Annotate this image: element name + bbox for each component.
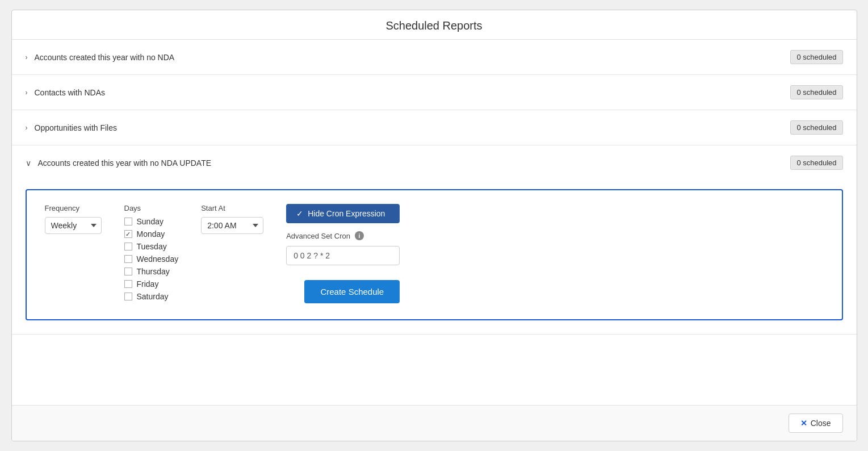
scheduled-badge-3: 0 scheduled bbox=[790, 120, 842, 135]
day-label-sunday: Sunday bbox=[137, 217, 163, 226]
day-tuesday[interactable]: Tuesday bbox=[124, 242, 179, 251]
day-label-thursday: Thursday bbox=[137, 267, 170, 276]
day-checkbox-thursday[interactable] bbox=[124, 268, 132, 275]
form-grid: Frequency Weekly Daily Monthly Days bbox=[45, 204, 824, 303]
day-label-monday: Monday bbox=[137, 229, 165, 239]
cron-expression-input[interactable] bbox=[286, 246, 400, 265]
expanded-section: Frequency Weekly Daily Monthly Days bbox=[12, 180, 857, 335]
modal-title: Scheduled Reports bbox=[23, 19, 845, 32]
report-name-2: Contacts with NDAs bbox=[35, 88, 105, 97]
close-x-icon: ✕ bbox=[800, 419, 807, 428]
start-at-group: Start At 2:00 AM 12:00 AM 1:00 AM 3:00 A… bbox=[201, 204, 263, 234]
report-row-1-left: › Accounts created this year with no NDA bbox=[26, 53, 175, 62]
start-at-label: Start At bbox=[201, 204, 263, 212]
chevron-right-icon-3[interactable]: › bbox=[26, 124, 28, 132]
day-sunday[interactable]: Sunday bbox=[124, 217, 179, 226]
report-row-3-left: › Opportunities with Files bbox=[26, 123, 118, 132]
advanced-cron-row: Advanced Set Cron i bbox=[286, 231, 400, 240]
day-checkbox-tuesday[interactable] bbox=[124, 243, 132, 250]
day-checkbox-friday[interactable] bbox=[124, 280, 132, 288]
modal: Scheduled Reports › Accounts created thi… bbox=[11, 10, 857, 441]
start-at-select[interactable]: 2:00 AM 12:00 AM 1:00 AM 3:00 AM 4:00 AM bbox=[201, 217, 263, 234]
advanced-cron-label: Advanced Set Cron bbox=[286, 232, 350, 240]
btn-row: Create Schedule bbox=[286, 280, 400, 303]
check-icon: ✓ bbox=[296, 209, 303, 218]
modal-footer: ✕ Close bbox=[12, 405, 857, 441]
close-button[interactable]: ✕ Close bbox=[789, 414, 843, 433]
modal-header: Scheduled Reports bbox=[12, 10, 857, 40]
scheduled-badge-4: 0 scheduled bbox=[790, 156, 842, 170]
days-list: Sunday Monday Tuesday bbox=[124, 217, 179, 301]
report-name-4: Accounts created this year with no NDA U… bbox=[38, 158, 212, 168]
frequency-group: Frequency Weekly Daily Monthly bbox=[45, 204, 102, 234]
day-label-saturday: Saturday bbox=[137, 292, 169, 301]
schedule-form: Frequency Weekly Daily Monthly Days bbox=[26, 189, 843, 320]
day-wednesday[interactable]: Wednesday bbox=[124, 254, 179, 264]
chevron-right-icon-1[interactable]: › bbox=[26, 53, 28, 61]
modal-body[interactable]: › Accounts created this year with no NDA… bbox=[12, 40, 857, 405]
modal-wrapper: Scheduled Reports › Accounts created thi… bbox=[0, 0, 868, 451]
day-label-wednesday: Wednesday bbox=[137, 254, 179, 264]
day-thursday[interactable]: Thursday bbox=[124, 267, 179, 276]
create-schedule-button[interactable]: Create Schedule bbox=[304, 280, 400, 303]
report-row-1: › Accounts created this year with no NDA… bbox=[12, 40, 857, 75]
report-row-2: › Contacts with NDAs 0 scheduled bbox=[12, 75, 857, 110]
day-checkbox-monday[interactable] bbox=[124, 230, 132, 238]
report-row-4-left: ∨ Accounts created this year with no NDA… bbox=[26, 158, 212, 168]
days-group: Days Sunday Monday bbox=[124, 204, 179, 301]
day-label-friday: Friday bbox=[137, 279, 159, 289]
day-label-tuesday: Tuesday bbox=[137, 242, 167, 251]
day-monday[interactable]: Monday bbox=[124, 229, 179, 239]
chevron-right-icon-2[interactable]: › bbox=[26, 89, 28, 97]
scheduled-badge-2: 0 scheduled bbox=[790, 85, 842, 99]
cron-section: ✓ Hide Cron Expression Advanced Set Cron… bbox=[286, 204, 400, 303]
days-label: Days bbox=[124, 204, 179, 212]
frequency-label: Frequency bbox=[45, 204, 102, 212]
day-friday[interactable]: Friday bbox=[124, 279, 179, 289]
chevron-down-icon-4[interactable]: ∨ bbox=[26, 158, 31, 168]
hide-cron-btn[interactable]: ✓ Hide Cron Expression bbox=[286, 204, 400, 223]
report-row-3: › Opportunities with Files 0 scheduled bbox=[12, 110, 857, 145]
report-row-2-left: › Contacts with NDAs bbox=[26, 88, 105, 97]
day-checkbox-sunday[interactable] bbox=[124, 218, 132, 226]
frequency-select[interactable]: Weekly Daily Monthly bbox=[45, 217, 102, 234]
close-label: Close bbox=[811, 419, 831, 428]
scheduled-badge-1: 0 scheduled bbox=[790, 50, 842, 64]
day-checkbox-saturday[interactable] bbox=[124, 293, 132, 300]
report-name-3: Opportunities with Files bbox=[35, 123, 118, 132]
report-name-1: Accounts created this year with no NDA bbox=[35, 53, 175, 62]
info-icon[interactable]: i bbox=[355, 231, 364, 240]
hide-cron-label: Hide Cron Expression bbox=[308, 209, 385, 218]
day-saturday[interactable]: Saturday bbox=[124, 292, 179, 301]
day-checkbox-wednesday[interactable] bbox=[124, 255, 132, 263]
report-row-4: ∨ Accounts created this year with no NDA… bbox=[12, 145, 857, 180]
